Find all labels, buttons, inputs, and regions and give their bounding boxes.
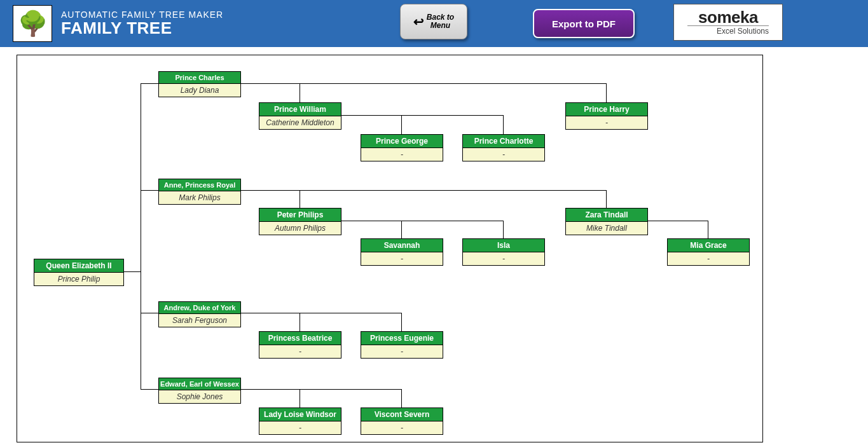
person-name: Lady Loise Windsor bbox=[259, 408, 341, 421]
connector bbox=[648, 221, 708, 221]
person-name: Savannah bbox=[361, 239, 443, 252]
person-spouse: - bbox=[259, 421, 341, 434]
connector bbox=[141, 389, 158, 390]
app-header: 🌳 AUTOMATIC FAMILY TREE MAKER FAMILY TRE… bbox=[0, 0, 868, 47]
connector bbox=[341, 221, 503, 221]
connector bbox=[300, 190, 300, 208]
connector bbox=[606, 190, 607, 208]
person-prince-charlotte[interactable]: Prince Charlotte - bbox=[462, 134, 545, 161]
connector bbox=[401, 389, 402, 407]
connector bbox=[606, 83, 607, 102]
person-name: Prince Charlotte bbox=[463, 135, 544, 148]
person-name: Isla bbox=[463, 239, 544, 252]
person-prince-george[interactable]: Prince George - bbox=[361, 134, 443, 161]
person-spouse: Mike Tindall bbox=[566, 222, 647, 235]
connector bbox=[401, 115, 402, 134]
brand-logo[interactable]: someka Excel Solutions bbox=[673, 4, 783, 41]
brand-name: someka bbox=[698, 10, 758, 25]
person-spouse: - bbox=[361, 148, 443, 161]
person-spouse: Sarah Ferguson bbox=[159, 314, 240, 327]
back-to-menu-label: Back to Menu bbox=[427, 13, 454, 30]
connector bbox=[241, 83, 606, 84]
person-name: Prince George bbox=[361, 135, 443, 148]
person-name: Peter Philips bbox=[259, 209, 341, 222]
person-prince-charles[interactable]: Prince Charles Lady Diana bbox=[158, 71, 241, 97]
person-name: Viscont Severn bbox=[361, 408, 443, 421]
person-spouse: Sophie Jones bbox=[159, 390, 240, 403]
person-edward[interactable]: Edward, Earl of Wessex Sophie Jones bbox=[158, 378, 241, 404]
person-spouse: - bbox=[463, 252, 544, 265]
connector bbox=[241, 389, 401, 390]
person-name: Mia Grace bbox=[668, 239, 749, 252]
person-name: Princess Beatrice bbox=[259, 332, 341, 345]
person-andrew[interactable]: Andrew, Duke of York Sarah Ferguson bbox=[158, 301, 241, 327]
person-spouse: - bbox=[361, 252, 443, 265]
person-zara-tindall[interactable]: Zara Tindall Mike Tindall bbox=[565, 208, 648, 235]
connector bbox=[241, 313, 401, 313]
back-to-menu-button[interactable]: ↩ Back to Menu bbox=[400, 4, 467, 39]
person-lady-loise[interactable]: Lady Loise Windsor - bbox=[259, 407, 341, 435]
person-prince-william[interactable]: Prince William Catherine Middleton bbox=[259, 102, 341, 130]
connector bbox=[141, 83, 141, 390]
connector bbox=[401, 313, 402, 331]
app-logo: 🌳 bbox=[13, 5, 52, 42]
person-anne[interactable]: Anne, Princess Royal Mark Philips bbox=[158, 179, 241, 205]
person-spouse: - bbox=[463, 148, 544, 161]
tree-canvas-wrap: Queen Elizabeth II Prince Philip Prince … bbox=[0, 47, 868, 442]
back-arrow-icon: ↩ bbox=[413, 14, 424, 29]
person-mia-grace[interactable]: Mia Grace - bbox=[667, 238, 750, 266]
person-name: Andrew, Duke of York bbox=[159, 302, 240, 314]
connector bbox=[141, 313, 158, 313]
connector bbox=[708, 221, 708, 238]
connector bbox=[124, 271, 141, 272]
person-spouse: - bbox=[361, 345, 443, 358]
person-name: Anne, Princess Royal bbox=[159, 179, 240, 191]
connector bbox=[341, 115, 503, 116]
person-viscont-severn[interactable]: Viscont Severn - bbox=[361, 407, 443, 435]
family-tree-canvas: Queen Elizabeth II Prince Philip Prince … bbox=[17, 55, 763, 442]
connector bbox=[300, 313, 300, 331]
person-spouse: - bbox=[259, 345, 341, 358]
connector bbox=[300, 83, 300, 102]
brand-tagline: Excel Solutions bbox=[687, 25, 769, 36]
person-name: Edward, Earl of Wessex bbox=[159, 378, 240, 390]
tree-icon: 🌳 bbox=[18, 10, 48, 38]
person-name: Zara Tindall bbox=[566, 209, 647, 222]
connector bbox=[141, 190, 158, 191]
person-spouse: Mark Philips bbox=[159, 191, 240, 204]
person-spouse: Autumn Philips bbox=[259, 222, 341, 235]
connector bbox=[503, 221, 504, 238]
person-spouse: - bbox=[668, 252, 749, 265]
person-root[interactable]: Queen Elizabeth II Prince Philip bbox=[34, 259, 124, 286]
export-pdf-button[interactable]: Export to PDF bbox=[533, 9, 635, 38]
person-spouse: - bbox=[566, 116, 647, 129]
person-beatrice[interactable]: Princess Beatrice - bbox=[259, 331, 341, 359]
connector bbox=[300, 389, 300, 407]
person-peter-philips[interactable]: Peter Philips Autumn Philips bbox=[259, 208, 341, 235]
person-name: Princess Eugenie bbox=[361, 332, 443, 345]
person-name: Queen Elizabeth II bbox=[34, 259, 123, 273]
person-spouse: Catherine Middleton bbox=[259, 116, 341, 129]
connector bbox=[401, 221, 402, 238]
person-isla[interactable]: Isla - bbox=[462, 238, 545, 266]
person-name: Prince Harry bbox=[566, 103, 647, 116]
connector bbox=[241, 190, 606, 191]
person-savannah[interactable]: Savannah - bbox=[361, 238, 443, 266]
connector bbox=[503, 115, 504, 134]
person-name: Prince Charles bbox=[159, 72, 240, 84]
connector bbox=[141, 83, 158, 84]
person-spouse: Prince Philip bbox=[34, 273, 123, 285]
person-spouse: - bbox=[361, 421, 443, 434]
header-titles: AUTOMATIC FAMILY TREE MAKER FAMILY TREE bbox=[61, 10, 223, 38]
person-eugenie[interactable]: Princess Eugenie - bbox=[361, 331, 443, 359]
person-spouse: Lady Diana bbox=[159, 84, 240, 97]
export-pdf-label: Export to PDF bbox=[552, 18, 616, 29]
page-title: FAMILY TREE bbox=[61, 18, 223, 38]
person-name: Prince William bbox=[259, 103, 341, 116]
person-prince-harry[interactable]: Prince Harry - bbox=[565, 102, 648, 130]
